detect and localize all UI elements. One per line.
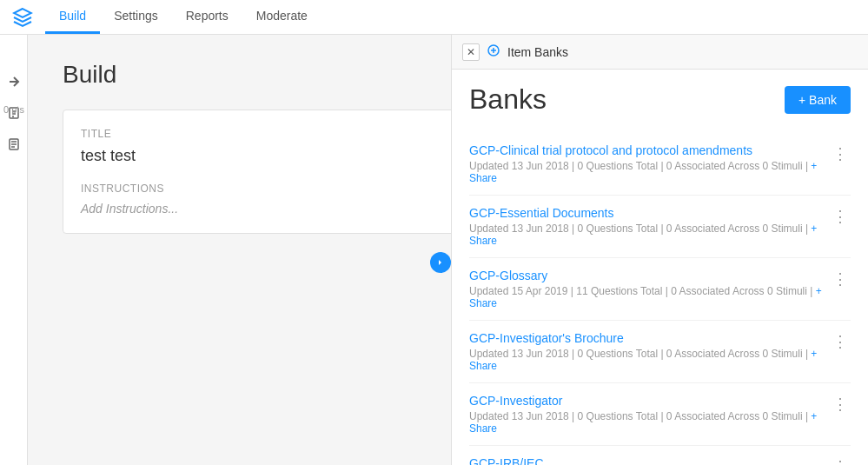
tab-moderate[interactable]: Moderate bbox=[242, 0, 321, 34]
logo bbox=[9, 3, 36, 31]
tab-settings[interactable]: Settings bbox=[100, 0, 172, 34]
tab-build[interactable]: Build bbox=[45, 0, 100, 34]
top-nav: Build Settings Reports Moderate bbox=[0, 0, 868, 35]
nav-tabs: Build Settings Reports Moderate bbox=[45, 0, 321, 34]
tab-reports[interactable]: Reports bbox=[172, 0, 242, 34]
